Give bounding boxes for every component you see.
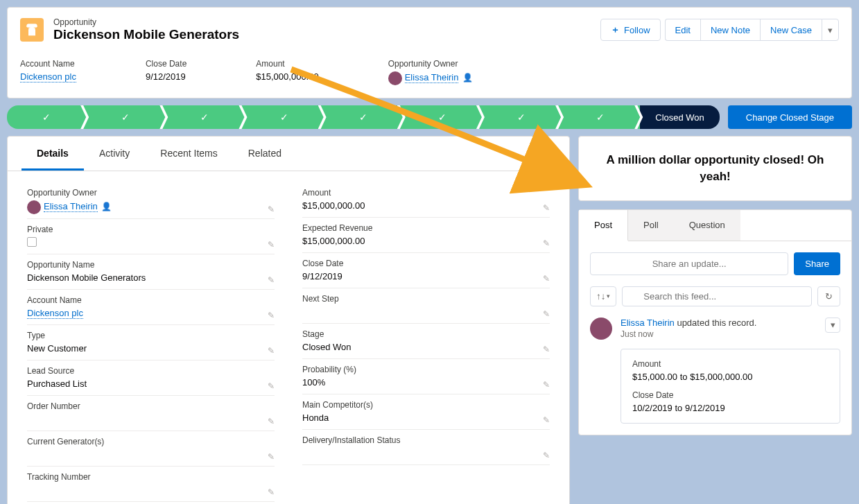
field-value — [27, 449, 275, 462]
field-delivery-installation-status: Delivery/Installation Status✎ — [302, 430, 550, 465]
account-name-label: Account Name — [20, 59, 76, 69]
edit-pencil-icon[interactable]: ✎ — [268, 346, 275, 356]
field-label: Account Name — [27, 295, 275, 305]
feed-tab-post[interactable]: Post — [579, 210, 628, 241]
edit-pencil-icon[interactable]: ✎ — [268, 417, 275, 426]
check-icon: ✓ — [121, 112, 130, 123]
details-panel: DetailsActivityRecent ItemsRelated Oppor… — [7, 136, 570, 504]
stage-complete[interactable]: ✓ — [7, 105, 86, 129]
edit-pencil-icon[interactable]: ✎ — [268, 452, 275, 462]
feed-tab-poll[interactable]: Poll — [628, 210, 674, 241]
edit-pencil-icon[interactable]: ✎ — [268, 275, 275, 285]
link[interactable]: Dickenson plc — [27, 308, 83, 319]
edit-pencil-icon[interactable]: ✎ — [543, 380, 550, 390]
field-opportunity-owner: Opportunity OwnerElissa Theirin 👤✎ — [27, 182, 275, 219]
field-value — [302, 448, 550, 460]
edit-pencil-icon[interactable]: ✎ — [268, 205, 275, 214]
edit-pencil-icon[interactable]: ✎ — [543, 203, 550, 213]
edit-pencil-icon[interactable]: ✎ — [543, 309, 550, 319]
stage-complete[interactable]: ✓ — [86, 105, 165, 129]
field-next-step: Next Step✎ — [302, 288, 550, 324]
checkbox[interactable] — [27, 237, 37, 247]
record-change-summary: Amount$15,000.00 to $15,000,000.00Close … — [621, 349, 840, 424]
follow-button[interactable]: ＋Follow — [600, 19, 661, 41]
field-label: Main Competitor(s) — [302, 400, 550, 410]
feed-search-input[interactable] — [622, 286, 812, 306]
record-tabs: DetailsActivityRecent ItemsRelated — [8, 137, 569, 171]
field-account-name: Account NameDickenson plc✎ — [27, 290, 275, 325]
field-label: Stage — [302, 329, 550, 339]
change-value: 10/2/2019 to 9/12/2019 — [632, 403, 828, 413]
field-label: Next Step — [302, 294, 550, 304]
field-main-competitor-s-: Main Competitor(s)Honda✎ — [302, 394, 550, 430]
edit-pencil-icon[interactable]: ✎ — [543, 451, 550, 460]
edit-pencil-icon[interactable]: ✎ — [543, 415, 550, 425]
field-value: 9/12/2019 — [302, 271, 550, 284]
field-value: Elissa Theirin 👤 — [27, 200, 275, 214]
tab-recent-items[interactable]: Recent Items — [145, 137, 232, 171]
new-case-button[interactable]: New Case — [760, 19, 822, 41]
field-label: Opportunity Owner — [27, 188, 275, 198]
record-name: Dickenson Mobile Generators — [53, 27, 239, 42]
stage-complete[interactable]: ✓ — [244, 105, 323, 129]
field-label: Type — [27, 331, 275, 340]
check-icon: ✓ — [359, 112, 367, 123]
field-value — [27, 237, 275, 250]
sort-button[interactable]: ↑↓ ▾ — [590, 286, 616, 306]
field-value: New Customer — [27, 343, 275, 356]
field-label: Order Number — [27, 401, 275, 411]
edit-pencil-icon[interactable]: ✎ — [268, 311, 275, 320]
field-opportunity-name: Opportunity NameDickenson Mobile Generat… — [27, 254, 275, 290]
feed-item-menu[interactable]: ▾ — [825, 318, 840, 333]
stage-complete[interactable]: ✓ — [165, 105, 244, 129]
check-icon: ✓ — [200, 112, 209, 123]
owner-link[interactable]: Elissa Theirin — [405, 72, 459, 83]
change-owner-icon[interactable]: 👤 — [460, 73, 472, 82]
feed-author-link[interactable]: Elissa Theirin — [621, 318, 675, 328]
link[interactable]: Elissa Theirin — [44, 201, 98, 212]
field-value: $15,000,000.00 — [302, 200, 550, 213]
field-label: Amount — [302, 188, 550, 198]
tab-details[interactable]: Details — [21, 137, 84, 171]
stage-complete[interactable]: ✓ — [482, 105, 561, 129]
change-stage-button[interactable]: Change Closed Stage — [728, 105, 852, 129]
field-label: Expected Revenue — [302, 223, 550, 233]
edit-button[interactable]: Edit — [665, 19, 700, 41]
stage-complete[interactable]: ✓ — [324, 105, 403, 129]
field-value: Closed Won — [302, 342, 550, 354]
stage-current[interactable]: Closed Won — [640, 105, 720, 129]
edit-pencil-icon[interactable]: ✎ — [543, 345, 550, 354]
edit-pencil-icon[interactable]: ✎ — [543, 274, 550, 284]
edit-pencil-icon[interactable]: ✎ — [268, 381, 275, 391]
field-label: Probability (%) — [302, 365, 550, 374]
edit-pencil-icon[interactable]: ✎ — [543, 238, 550, 248]
field-value: Honda — [302, 412, 550, 425]
check-icon: ✓ — [517, 112, 526, 123]
feed-item: Elissa Theirin updated this record. Just… — [590, 318, 840, 424]
share-update-input[interactable] — [590, 252, 788, 275]
check-icon: ✓ — [42, 112, 51, 123]
check-icon: ✓ — [596, 112, 605, 123]
tab-related[interactable]: Related — [233, 137, 297, 171]
share-button[interactable]: Share — [794, 252, 840, 275]
edit-pencil-icon[interactable]: ✎ — [268, 240, 275, 250]
refresh-button[interactable]: ↻ — [817, 286, 840, 306]
feed-tab-question[interactable]: Question — [674, 210, 740, 241]
account-name-link[interactable]: Dickenson plc — [20, 71, 76, 82]
change-label: Close Date — [632, 390, 828, 400]
field-value: Dickenson plc — [27, 308, 275, 320]
new-note-button[interactable]: New Note — [700, 19, 760, 41]
stage-complete[interactable]: ✓ — [561, 105, 640, 129]
stage-complete[interactable]: ✓ — [403, 105, 482, 129]
more-actions-button[interactable]: ▾ — [822, 19, 839, 41]
change-owner-icon[interactable]: 👤 — [99, 202, 112, 211]
tab-activity[interactable]: Activity — [84, 137, 145, 171]
field-label: Delivery/Installation Status — [302, 435, 550, 445]
field-current-generator-s-: Current Generator(s)✎ — [27, 431, 275, 467]
field-private: Private✎ — [27, 219, 275, 254]
highlight-message: A million dollar opportunity closed! Oh … — [593, 152, 838, 185]
field-value: Dickenson Mobile Generators — [27, 272, 275, 285]
check-icon: ✓ — [280, 112, 288, 123]
edit-pencil-icon[interactable]: ✎ — [268, 487, 275, 497]
record-header: Opportunity Dickenson Mobile Generators … — [7, 7, 852, 98]
